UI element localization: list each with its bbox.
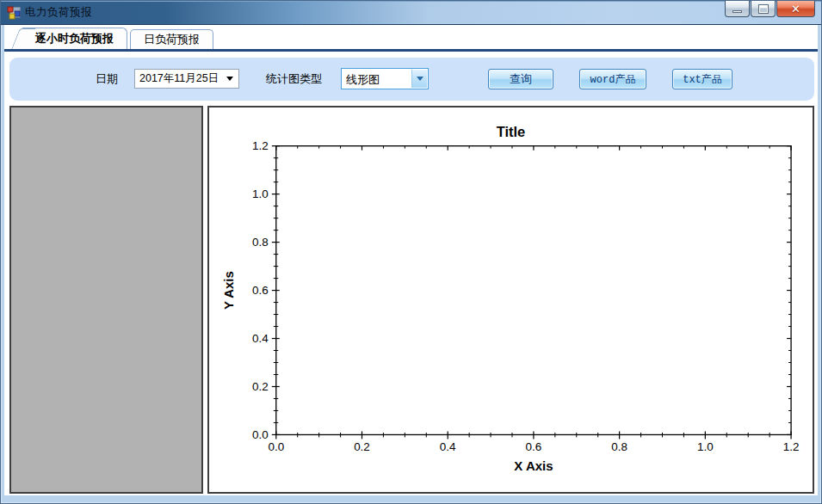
svg-text:0.6: 0.6	[252, 284, 269, 297]
svg-text:X Axis: X Axis	[514, 458, 553, 473]
toolbar-panel: 日期 2017年11月25日 统计图类型 线形图 查询 word产品	[9, 58, 814, 101]
chart-type-value: 线形图	[342, 69, 411, 89]
tabstrip: 逐小时负荷预报 日负荷预报	[4, 25, 818, 49]
svg-text:Y Axis: Y Axis	[221, 271, 236, 310]
svg-text:1.2: 1.2	[252, 139, 269, 152]
data-grid-placeholder	[9, 106, 203, 494]
date-picker[interactable]: 2017年11月25日	[134, 69, 239, 89]
tab-hourly-load-forecast[interactable]: 逐小时负荷预报	[22, 28, 127, 49]
query-button[interactable]: 查询	[488, 69, 553, 89]
svg-text:1.0: 1.0	[697, 440, 714, 453]
svg-text:0.8: 0.8	[611, 440, 627, 453]
maximize-button[interactable]	[751, 1, 776, 17]
window-title: 电力负荷预报	[25, 5, 92, 20]
client-area: 逐小时负荷预报 日负荷预报 日期 2017年11月25日 统计图类型 线形图	[4, 25, 818, 495]
svg-text:0.6: 0.6	[526, 440, 542, 453]
chevron-down-icon	[226, 77, 233, 81]
svg-text:0.2: 0.2	[354, 440, 370, 453]
tab-daily-load-forecast[interactable]: 日负荷预报	[130, 29, 213, 49]
tab-separator-line	[4, 49, 818, 52]
titlebar[interactable]: 电力负荷预报 ✕	[1, 1, 821, 25]
svg-text:0.0: 0.0	[252, 428, 269, 441]
chart-type-label: 统计图类型	[266, 71, 322, 87]
txt-button-label: txt产品	[683, 72, 722, 87]
chart-type-select[interactable]: 线形图	[341, 68, 429, 89]
combo-dropdown-button[interactable]	[411, 70, 427, 88]
close-icon: ✕	[791, 3, 800, 15]
minimize-icon	[732, 10, 742, 13]
app-window: 电力负荷预报 ✕ 逐小时负荷预报 日负荷预报 日期	[0, 0, 822, 504]
svg-text:1.2: 1.2	[783, 440, 800, 453]
app-window-icon	[7, 6, 21, 20]
minimize-button[interactable]	[725, 1, 750, 17]
date-picker-value: 2017年11月25日	[135, 71, 221, 86]
tab-label: 逐小时负荷预报	[35, 31, 114, 46]
svg-text:1.0: 1.0	[252, 187, 269, 200]
svg-text:0.0: 0.0	[268, 440, 284, 453]
svg-text:0.2: 0.2	[252, 380, 269, 393]
word-button-label: word产品	[590, 72, 636, 87]
date-label: 日期	[96, 71, 118, 87]
content-row: 0.00.20.40.60.81.01.20.00.20.40.60.81.01…	[9, 106, 814, 494]
forecast-chart: 0.00.20.40.60.81.01.20.00.20.40.60.81.01…	[209, 108, 813, 492]
word-product-button[interactable]: word产品	[579, 69, 646, 89]
date-picker-dropdown-button[interactable]	[221, 70, 238, 88]
svg-text:0.4: 0.4	[440, 440, 456, 453]
chart-panel: 0.00.20.40.60.81.01.20.00.20.40.60.81.01…	[207, 106, 814, 494]
txt-product-button[interactable]: txt产品	[672, 69, 732, 89]
svg-text:0.4: 0.4	[252, 332, 269, 345]
svg-text:0.8: 0.8	[252, 236, 269, 249]
query-button-label: 查询	[510, 71, 532, 87]
close-button[interactable]: ✕	[776, 1, 815, 17]
window-controls: ✕	[724, 1, 815, 17]
svg-text:Title: Title	[497, 124, 526, 139]
maximize-icon	[759, 5, 768, 13]
tab-label: 日负荷预报	[144, 32, 200, 47]
chevron-down-icon	[417, 77, 423, 81]
